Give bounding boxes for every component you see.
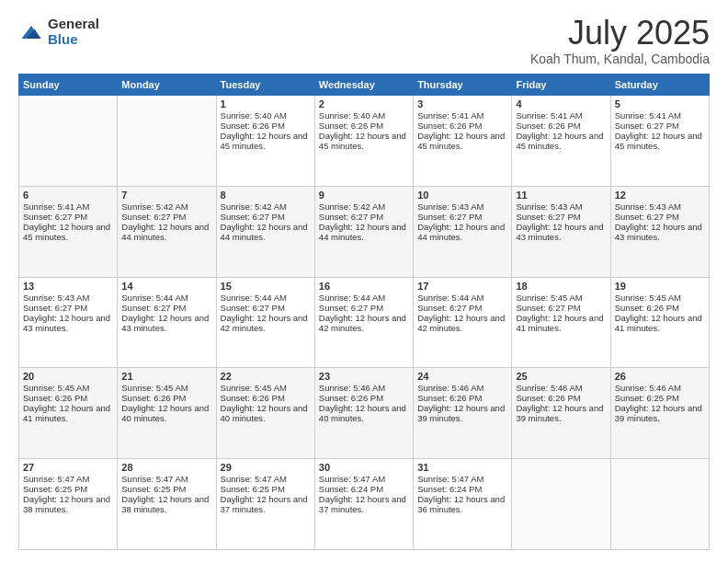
sunset-text: Sunset: 6:25 PM xyxy=(121,484,211,494)
daylight-text: Daylight: 12 hours and 40 minutes. xyxy=(319,403,409,423)
day-number: 3 xyxy=(417,98,507,109)
calendar-page: General Blue July 2025 Koah Thum, Kandal… xyxy=(0,0,728,563)
logo-text: General Blue xyxy=(48,17,99,47)
sunrise-text: Sunrise: 5:41 AM xyxy=(23,201,113,212)
daylight-text: Daylight: 12 hours and 44 minutes. xyxy=(121,222,211,242)
day-number: 29 xyxy=(221,462,311,473)
week-row-5: 27Sunrise: 5:47 AMSunset: 6:25 PMDayligh… xyxy=(19,459,710,550)
daylight-text: Daylight: 12 hours and 43 minutes. xyxy=(121,313,211,333)
day-number: 18 xyxy=(516,281,606,292)
daylight-text: Daylight: 12 hours and 36 minutes. xyxy=(417,494,507,514)
cell-4-0: 27Sunrise: 5:47 AMSunset: 6:25 PMDayligh… xyxy=(19,459,118,550)
sunset-text: Sunset: 6:27 PM xyxy=(121,303,211,313)
cell-0-5: 4Sunrise: 5:41 AMSunset: 6:26 PMDaylight… xyxy=(512,96,610,187)
title-area: July 2025 Koah Thum, Kandal, Cambodia xyxy=(530,17,710,66)
sunset-text: Sunset: 6:26 PM xyxy=(516,393,606,403)
cell-3-3: 23Sunrise: 5:46 AMSunset: 6:26 PMDayligh… xyxy=(314,368,413,459)
weekday-header-row: Sunday Monday Tuesday Wednesday Thursday… xyxy=(19,75,710,96)
sunrise-text: Sunrise: 5:47 AM xyxy=(417,474,507,484)
day-number: 1 xyxy=(221,98,311,109)
cell-3-2: 22Sunrise: 5:45 AMSunset: 6:26 PMDayligh… xyxy=(216,368,314,459)
day-number: 27 xyxy=(23,462,113,473)
sunrise-text: Sunrise: 5:43 AM xyxy=(615,201,705,212)
calendar-body: 1Sunrise: 5:40 AMSunset: 6:26 PMDaylight… xyxy=(19,96,710,550)
sunrise-text: Sunrise: 5:45 AM xyxy=(23,383,113,393)
daylight-text: Daylight: 12 hours and 45 minutes. xyxy=(221,131,311,151)
day-number: 28 xyxy=(121,462,211,473)
cell-2-0: 13Sunrise: 5:43 AMSunset: 6:27 PMDayligh… xyxy=(19,277,118,368)
day-number: 9 xyxy=(319,190,409,201)
header-sunday: Sunday xyxy=(19,75,118,96)
sunset-text: Sunset: 6:24 PM xyxy=(319,484,409,494)
daylight-text: Daylight: 12 hours and 45 minutes. xyxy=(319,131,409,151)
day-number: 26 xyxy=(615,371,705,382)
sunrise-text: Sunrise: 5:46 AM xyxy=(319,383,409,393)
sunset-text: Sunset: 6:27 PM xyxy=(615,121,705,131)
sunset-text: Sunset: 6:26 PM xyxy=(221,393,311,403)
sunset-text: Sunset: 6:27 PM xyxy=(417,212,507,222)
sunrise-text: Sunrise: 5:47 AM xyxy=(319,474,409,484)
day-number: 2 xyxy=(319,98,409,109)
sunrise-text: Sunrise: 5:42 AM xyxy=(221,201,311,212)
cell-1-6: 12Sunrise: 5:43 AMSunset: 6:27 PMDayligh… xyxy=(610,186,709,277)
sunrise-text: Sunrise: 5:46 AM xyxy=(615,383,705,393)
sunrise-text: Sunrise: 5:45 AM xyxy=(121,383,211,393)
header-tuesday: Tuesday xyxy=(216,75,314,96)
header-thursday: Thursday xyxy=(414,75,512,96)
day-number: 19 xyxy=(615,281,705,292)
sunset-text: Sunset: 6:27 PM xyxy=(516,212,606,222)
sunset-text: Sunset: 6:27 PM xyxy=(23,212,113,222)
cell-4-6 xyxy=(610,459,709,550)
cell-4-4: 31Sunrise: 5:47 AMSunset: 6:24 PMDayligh… xyxy=(414,459,512,550)
sunset-text: Sunset: 6:26 PM xyxy=(615,303,705,313)
sunrise-text: Sunrise: 5:40 AM xyxy=(221,110,311,121)
sunrise-text: Sunrise: 5:43 AM xyxy=(516,201,606,212)
daylight-text: Daylight: 12 hours and 38 minutes. xyxy=(23,494,113,514)
day-number: 4 xyxy=(516,98,606,109)
cell-2-6: 19Sunrise: 5:45 AMSunset: 6:26 PMDayligh… xyxy=(610,277,709,368)
location-subtitle: Koah Thum, Kandal, Cambodia xyxy=(530,52,710,66)
sunset-text: Sunset: 6:27 PM xyxy=(516,303,606,313)
cell-3-1: 21Sunrise: 5:45 AMSunset: 6:26 PMDayligh… xyxy=(118,368,216,459)
day-number: 7 xyxy=(121,190,211,201)
sunset-text: Sunset: 6:26 PM xyxy=(319,121,409,131)
daylight-text: Daylight: 12 hours and 43 minutes. xyxy=(516,222,606,242)
cell-1-2: 8Sunrise: 5:42 AMSunset: 6:27 PMDaylight… xyxy=(216,186,314,277)
daylight-text: Daylight: 12 hours and 44 minutes. xyxy=(319,222,409,242)
cell-3-5: 25Sunrise: 5:46 AMSunset: 6:26 PMDayligh… xyxy=(512,368,610,459)
sunrise-text: Sunrise: 5:40 AM xyxy=(319,110,409,121)
sunrise-text: Sunrise: 5:44 AM xyxy=(319,293,409,303)
sunset-text: Sunset: 6:27 PM xyxy=(23,303,113,313)
daylight-text: Daylight: 12 hours and 43 minutes. xyxy=(23,313,113,333)
logo: General Blue xyxy=(18,17,99,47)
day-number: 11 xyxy=(516,190,606,201)
cell-0-6: 5Sunrise: 5:41 AMSunset: 6:27 PMDaylight… xyxy=(610,96,709,187)
daylight-text: Daylight: 12 hours and 39 minutes. xyxy=(615,403,705,423)
cell-3-0: 20Sunrise: 5:45 AMSunset: 6:26 PMDayligh… xyxy=(19,368,118,459)
cell-2-4: 17Sunrise: 5:44 AMSunset: 6:27 PMDayligh… xyxy=(414,277,512,368)
day-number: 24 xyxy=(417,371,507,382)
cell-4-2: 29Sunrise: 5:47 AMSunset: 6:25 PMDayligh… xyxy=(216,459,314,550)
sunrise-text: Sunrise: 5:47 AM xyxy=(121,474,211,484)
daylight-text: Daylight: 12 hours and 37 minutes. xyxy=(319,494,409,514)
sunset-text: Sunset: 6:26 PM xyxy=(516,121,606,131)
sunset-text: Sunset: 6:24 PM xyxy=(417,484,507,494)
header-friday: Friday xyxy=(512,75,610,96)
daylight-text: Daylight: 12 hours and 45 minutes. xyxy=(417,131,507,151)
sunset-text: Sunset: 6:27 PM xyxy=(221,212,311,222)
cell-4-1: 28Sunrise: 5:47 AMSunset: 6:25 PMDayligh… xyxy=(118,459,216,550)
sunset-text: Sunset: 6:27 PM xyxy=(319,303,409,313)
daylight-text: Daylight: 12 hours and 45 minutes. xyxy=(615,131,705,151)
cell-1-5: 11Sunrise: 5:43 AMSunset: 6:27 PMDayligh… xyxy=(512,186,610,277)
day-number: 23 xyxy=(319,371,409,382)
header-monday: Monday xyxy=(118,75,216,96)
day-number: 31 xyxy=(417,462,507,473)
sunrise-text: Sunrise: 5:45 AM xyxy=(516,293,606,303)
sunrise-text: Sunrise: 5:45 AM xyxy=(615,293,705,303)
sunset-text: Sunset: 6:27 PM xyxy=(319,212,409,222)
week-row-4: 20Sunrise: 5:45 AMSunset: 6:26 PMDayligh… xyxy=(19,368,710,459)
day-number: 21 xyxy=(121,371,211,382)
month-title: July 2025 xyxy=(530,17,710,50)
sunrise-text: Sunrise: 5:41 AM xyxy=(615,110,705,121)
day-number: 13 xyxy=(23,281,113,292)
